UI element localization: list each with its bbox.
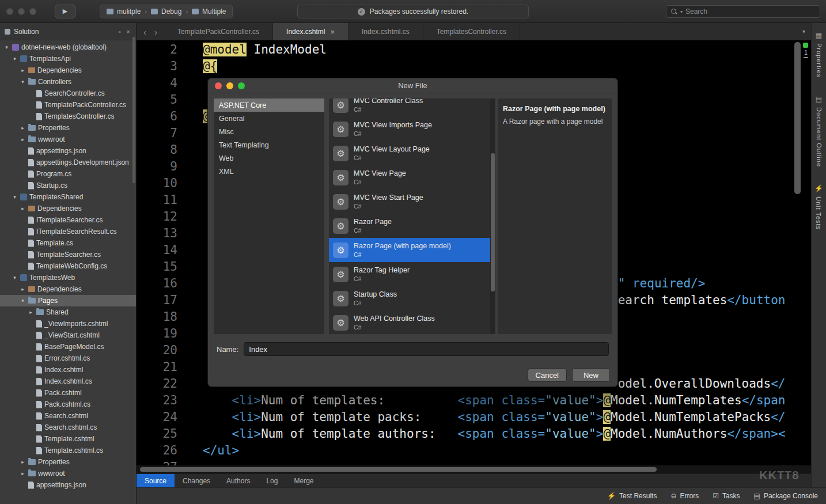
editor-vertical-scrollbar[interactable] xyxy=(794,42,801,194)
zoom-button[interactable] xyxy=(29,8,36,15)
template-list-scrollbar[interactable] xyxy=(491,153,495,291)
tree-item-Controllers[interactable]: ▾Controllers xyxy=(0,76,136,88)
expand-arrow-icon[interactable]: ▸ xyxy=(20,286,26,292)
collapse-arrow-icon[interactable]: ▾ xyxy=(3,44,10,50)
tree-item-Shared[interactable]: ▸Shared xyxy=(0,306,136,318)
status-item-test-results[interactable]: ⚡Test Results xyxy=(607,492,657,500)
tree-item-dotnet-new-web (globaltool)[interactable]: ▾dotnet-new-web (globaltool) xyxy=(0,41,136,53)
line-number[interactable]: 27 xyxy=(137,459,177,465)
close-pad-icon[interactable]: × xyxy=(126,28,131,35)
category-ASP.NET Core[interactable]: ASP.NET Core xyxy=(214,98,324,112)
tree-item-Index.cshtml[interactable]: Index.cshtml xyxy=(0,364,136,376)
navigate-forward-icon[interactable]: › xyxy=(154,27,157,37)
collapse-arrow-icon[interactable]: ▾ xyxy=(12,194,18,200)
line-number[interactable]: 4 xyxy=(137,75,177,92)
editor-tab-TemplatePackController.cs[interactable]: TemplatePackController.cs xyxy=(164,23,273,40)
collapse-arrow-icon[interactable]: ▾ xyxy=(20,79,26,85)
breadcrumb-item-Debug[interactable]: Debug xyxy=(151,7,181,16)
line-number[interactable]: 24 xyxy=(137,409,177,426)
tree-item-wwwroot[interactable]: ▸wwwroot xyxy=(0,468,136,479)
view-tab-Merge[interactable]: Merge xyxy=(286,474,321,488)
line-number[interactable]: 21 xyxy=(137,359,177,376)
template-item-Razor Page[interactable]: ⚙Razor PageC# xyxy=(329,214,490,238)
line-number[interactable]: 15 xyxy=(137,259,177,275)
dock-pad-icon[interactable]: ▫ xyxy=(118,28,122,35)
pad-tab-properties[interactable]: ▦Properties xyxy=(816,31,823,78)
editor-tab-Index.cshtml[interactable]: Index.cshtml× xyxy=(273,23,348,40)
line-number[interactable]: 19 xyxy=(137,325,177,342)
template-item-MVC View Start Page[interactable]: ⚙MVC View Start PageC# xyxy=(329,190,490,214)
collapse-arrow-icon[interactable]: ▾ xyxy=(12,275,18,281)
line-number[interactable]: 8 xyxy=(137,142,177,158)
view-tab-Source[interactable]: Source xyxy=(137,474,175,488)
tree-item-TemplatePackController.cs[interactable]: TemplatePackController.cs xyxy=(0,99,136,111)
error-free-indicator[interactable] xyxy=(803,43,808,48)
line-number[interactable]: 12 xyxy=(137,209,177,225)
tree-item-Template.cshtml.cs[interactable]: Template.cshtml.cs xyxy=(0,445,136,456)
tree-item-appsettings.json[interactable]: appsettings.json xyxy=(0,479,136,491)
run-button[interactable]: ▶ xyxy=(55,5,75,18)
tree-item-TemplateSearcher.cs[interactable]: TemplateSearcher.cs xyxy=(0,249,136,260)
line-number[interactable]: 13 xyxy=(137,225,177,242)
tree-item-_ViewImports.cshtml[interactable]: _ViewImports.cshtml xyxy=(0,318,136,329)
line-number[interactable]: 14 xyxy=(137,242,177,259)
tab-overflow-caret-icon[interactable]: ▾ xyxy=(802,28,805,35)
view-tab-Changes[interactable]: Changes xyxy=(175,474,218,488)
tree-item-TemplatesApi[interactable]: ▾TemplatesApi xyxy=(0,53,136,65)
template-item-Razor Page (with page model)[interactable]: ⚙Razor Page (with page model)C# xyxy=(329,238,490,262)
expand-arrow-icon[interactable]: ▸ xyxy=(20,125,26,131)
collapse-arrow-icon[interactable]: ▾ xyxy=(20,298,26,304)
new-button[interactable]: New xyxy=(572,368,610,382)
tree-item-Dependencies[interactable]: ▸Dependencies xyxy=(0,65,136,76)
view-tab-Log[interactable]: Log xyxy=(258,474,286,488)
line-number[interactable]: 25 xyxy=(137,426,177,442)
template-item-Web API Controller Class[interactable]: ⚙Web API Controller ClassC# xyxy=(329,310,490,334)
collapse-arrow-icon[interactable]: ▾ xyxy=(12,56,18,62)
view-tab-Authors[interactable]: Authors xyxy=(218,474,258,488)
search-input[interactable] xyxy=(685,7,815,16)
template-list-scrollbar-track[interactable] xyxy=(490,98,495,334)
line-number[interactable]: 17 xyxy=(137,292,177,309)
tree-item-appsettings.json[interactable]: appsettings.json xyxy=(0,145,136,157)
expand-arrow-icon[interactable]: ▸ xyxy=(20,206,26,211)
search-field[interactable]: ▾ xyxy=(666,5,820,18)
category-General[interactable]: General xyxy=(214,112,324,125)
category-XML[interactable]: XML xyxy=(214,165,324,178)
tree-item-SearchController.cs[interactable]: SearchController.cs xyxy=(0,88,136,99)
line-number[interactable]: 3 xyxy=(137,58,177,75)
line-number[interactable]: 20 xyxy=(137,342,177,359)
editor-horizontal-scrollbar[interactable] xyxy=(140,467,657,472)
line-number[interactable]: 2 xyxy=(137,41,177,58)
tree-item-ITemplateSearcher.cs[interactable]: ITemplateSearcher.cs xyxy=(0,214,136,226)
tree-item-Error.cshtml.cs[interactable]: Error.cshtml.cs xyxy=(0,353,136,364)
category-Web[interactable]: Web xyxy=(214,151,324,165)
tree-item-Search.cshtml[interactable]: Search.cshtml xyxy=(0,410,136,422)
breadcrumb-item-Multiple[interactable]: Multiple xyxy=(192,7,226,16)
line-number[interactable]: 5 xyxy=(137,92,177,108)
tree-item-TemplatesShared[interactable]: ▾TemplatesShared xyxy=(0,191,136,203)
line-number[interactable]: 11 xyxy=(137,192,177,209)
tree-item-Program.cs[interactable]: Program.cs xyxy=(0,168,136,180)
expand-arrow-icon[interactable]: ▸ xyxy=(20,459,26,465)
template-item-Razor Tag Helper[interactable]: ⚙Razor Tag HelperC# xyxy=(329,262,490,286)
navigate-back-icon[interactable]: ‹ xyxy=(143,27,146,37)
dialog-zoom-button[interactable] xyxy=(238,82,245,89)
line-number[interactable]: 10 xyxy=(137,175,177,192)
tree-item-Dependencies[interactable]: ▸Dependencies xyxy=(0,283,136,295)
template-item-Startup Class[interactable]: ⚙Startup ClassC# xyxy=(329,286,490,310)
tree-item-Index.cshtml.cs[interactable]: Index.cshtml.cs xyxy=(0,376,136,387)
minimize-button[interactable] xyxy=(18,8,25,15)
tree-item-TemplatesController.cs[interactable]: TemplatesController.cs xyxy=(0,111,136,122)
line-number[interactable]: 7 xyxy=(137,125,177,142)
tree-item-Dependencies[interactable]: ▸Dependencies xyxy=(0,203,136,214)
tree-item-Properties[interactable]: ▸Properties xyxy=(0,456,136,468)
line-number[interactable]: 18 xyxy=(137,309,177,325)
tree-item-ITemplateSearchResult.cs[interactable]: ITemplateSearchResult.cs xyxy=(0,226,136,237)
tree-item-Pages[interactable]: ▾Pages xyxy=(0,295,136,306)
status-item-errors[interactable]: ⊖Errors xyxy=(670,492,699,500)
template-item-MVC View Layout Page[interactable]: ⚙MVC View Layout PageC# xyxy=(329,141,490,165)
cancel-button[interactable]: Cancel xyxy=(528,368,567,382)
status-item-package-console[interactable]: ▤Package Console xyxy=(754,492,818,500)
editor-tab-Index.cshtml.cs[interactable]: Index.cshtml.cs xyxy=(348,23,423,40)
line-number[interactable]: 16 xyxy=(137,275,177,292)
